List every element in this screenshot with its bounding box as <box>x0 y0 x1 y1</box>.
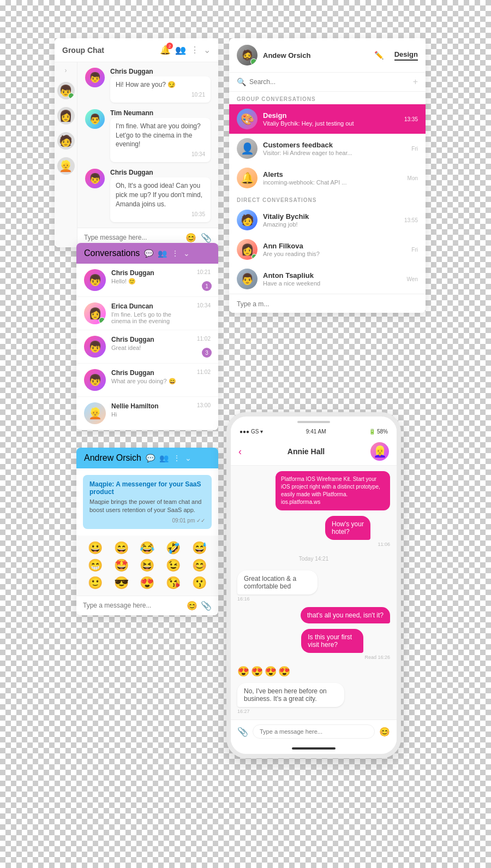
conv-name-4: Chris Duggan <box>111 369 191 377</box>
conv-info-5: Nellie Hamilton Hi <box>111 402 191 418</box>
mobile-input-area: 📎 😊 <box>231 720 397 743</box>
conv-menu-icon[interactable]: ⋮ <box>171 249 179 258</box>
direct-conversations-label: DIRECT CONVERSATIONS <box>229 193 426 205</box>
menu-icon[interactable]: ⋮ <box>190 45 199 55</box>
add-icon[interactable]: + <box>413 77 418 87</box>
conv-info-4: Chris Duggan What are you doing? 😄 <box>111 369 191 385</box>
msg-bubble-1: Hi! How are you? 😏 10:21 <box>110 76 211 103</box>
edit-icon[interactable]: ✏️ <box>374 51 384 60</box>
conv-chevron-icon[interactable]: ⌄ <box>183 249 190 258</box>
msg-avatar-chris-2: 👦 <box>85 169 105 188</box>
alerts-name: Alerts <box>263 170 402 179</box>
main-chat-input[interactable] <box>237 300 418 308</box>
design-item[interactable]: 🎨 Design Vitaliy Bychik: Hey, just testi… <box>229 104 426 134</box>
alerts-info: Alerts incoming-webhook: Chat API ... <box>263 170 402 186</box>
sidebar-avatar-2[interactable]: 👩 <box>57 107 75 124</box>
conv-item-2[interactable]: 👩 Erica Duncan I'm fine. Let's go to the… <box>76 297 218 330</box>
conversations-title: Conversations <box>84 248 140 258</box>
mobile-header-avatar[interactable]: 👱‍♀️ <box>370 442 389 461</box>
sidebar-avatar-4[interactable]: 👱 <box>57 157 75 175</box>
emoji-14[interactable]: 😘 <box>162 576 185 590</box>
conv-people-icon[interactable]: 👥 <box>158 249 167 258</box>
attach-icon[interactable]: 📎 <box>201 233 212 243</box>
vitaliy-info: Vitaliy Bychik Amazing job! <box>263 212 399 228</box>
conv-preview-3: Great idea! <box>111 344 191 351</box>
mobile-back-icon[interactable]: ‹ <box>238 446 242 457</box>
mobile-business-msg: No, I've been here before on business. I… <box>237 683 390 714</box>
sidebar-avatar-1[interactable]: 👦 <box>57 82 75 99</box>
mobile-signal: ●●● GS ▾ <box>239 429 263 435</box>
emoji-8[interactable]: 😆 <box>136 558 159 573</box>
emoji-10[interactable]: 😊 <box>188 558 211 573</box>
people-icon[interactable]: 👥 <box>175 45 186 55</box>
chat2-input-area: 😊 📎 <box>76 596 218 615</box>
chat2-widget: Andrew Orsich 💬 👥 ⋮ ⌄ Maqpie: A messenge… <box>76 448 218 615</box>
mobile-time: 9:41 AM <box>306 429 326 435</box>
emoji-7[interactable]: 🤩 <box>110 558 133 573</box>
ann-preview: Are you reading this? <box>263 251 406 257</box>
mobile-emoji-icon[interactable]: 😊 <box>379 727 390 737</box>
mobile-attach-icon[interactable]: 📎 <box>237 727 248 737</box>
chat2-input[interactable] <box>83 602 187 609</box>
msg-avatar-tim: 👨 <box>85 109 105 129</box>
design-info: Design Vitaliy Bychik: Hey, just testing… <box>263 111 399 127</box>
chat2-bubble-text: Maqpie brings the power of team chat and… <box>89 498 205 515</box>
conv-chat-icon[interactable]: 💬 <box>144 249 153 258</box>
mobile-first-wrapper: Is this your first visit here? Read 16:2… <box>237 629 390 660</box>
chat-layout: › 👦 👩 🧑 👱 👦 Chris Duggan <box>55 62 218 247</box>
vitaliy-time: 13:55 <box>404 217 418 223</box>
conv-item-1[interactable]: 👦 Chris Duggan Hello! 🙂 10:21 1 <box>76 264 218 297</box>
ann-avatar: 👩 <box>237 239 258 260</box>
chat2-bubble: Maqpie: A messenger for your SaaS produc… <box>83 475 212 529</box>
conv-item-3[interactable]: 👦 Chris Duggan Great idea! 11:02 3 <box>76 330 218 364</box>
conversations-list: 👦 Chris Duggan Hello! 🙂 10:21 1 👩 Erica … <box>76 264 218 430</box>
sidebar-avatar-3[interactable]: 🧑 <box>57 132 75 150</box>
mobile-link-bubble: Platforma IOS Wireframe Kit. Start your … <box>276 471 390 510</box>
emoji-12[interactable]: 😎 <box>110 576 133 590</box>
conv-time-5: 13:00 <box>197 402 211 408</box>
emoji-11[interactable]: 🙂 <box>84 576 107 590</box>
msg-content-1: Chris Duggan Hi! How are you? 😏 10:21 <box>110 68 211 103</box>
mobile-hotel-question-wrapper: How's your hotel? 11:06 <box>237 516 390 547</box>
notification-icon[interactable]: 🔔2 <box>160 45 171 55</box>
group-chat-input[interactable] <box>84 234 185 241</box>
emoji-3[interactable]: 😂 <box>136 541 159 555</box>
conv-item-4[interactable]: 👦 Chris Duggan What are you doing? 😄 11:… <box>76 364 218 397</box>
emoji-4[interactable]: 🤣 <box>162 541 185 555</box>
group-chat-title: Group Chat <box>62 46 155 55</box>
chat2-attach-icon[interactable]: 📎 <box>201 601 212 611</box>
vitaliy-item[interactable]: 🧑 Vitaliy Bychik Amazing job! 13:55 <box>229 205 426 235</box>
mobile-need-msg: that's all you need, isn't it? <box>301 607 390 623</box>
emoji-1[interactable]: 😀 <box>84 541 107 555</box>
emoji-2[interactable]: 😄 <box>110 541 133 555</box>
group-chat-header-icons: 🔔2 👥 ⋮ ⌄ <box>160 45 211 55</box>
alerts-item[interactable]: 🔔 Alerts incoming-webhook: Chat API ... … <box>229 163 426 193</box>
conv-preview-5: Hi <box>111 411 191 418</box>
emoji-icon[interactable]: 😊 <box>185 233 196 243</box>
mobile-input[interactable] <box>253 724 375 739</box>
chat2-menu-icon[interactable]: ⋮ <box>173 454 181 462</box>
chevron-down-icon[interactable]: ⌄ <box>203 45 211 55</box>
chat2-chat-icon[interactable]: 💬 <box>146 454 155 462</box>
chat2-chevron-icon[interactable]: ⌄ <box>185 454 191 462</box>
anton-item[interactable]: 👨 Anton Tsapliuk Have a nice weekend Wen <box>229 264 426 294</box>
emoji-5[interactable]: 😅 <box>188 541 211 555</box>
ann-time: Fri <box>411 247 418 253</box>
vitaliy-name: Vitaliy Bychik <box>263 212 399 221</box>
emoji-9[interactable]: 😉 <box>162 558 185 573</box>
chat2-emoji-icon[interactable]: 😊 <box>187 601 197 611</box>
conv-item-5[interactable]: 👱 Nellie Hamilton Hi 13:00 <box>76 397 218 430</box>
ann-item[interactable]: 👩 Ann Filkova Are you reading this? Fri <box>229 235 426 264</box>
customers-item[interactable]: 👤 Customers feedback Visitor: Hi Andrew … <box>229 134 426 163</box>
emoji-6[interactable]: 😁 <box>84 558 107 573</box>
direct-conversations-section: DIRECT CONVERSATIONS 🧑 Vitaliy Bychik Am… <box>229 193 426 294</box>
main-search-input[interactable] <box>249 78 410 86</box>
customers-info: Customers feedback Visitor: Hi Andrew ea… <box>263 141 406 156</box>
chat2-people-icon[interactable]: 👥 <box>159 454 169 462</box>
conv-preview-2: I'm fine. Let's go to the cinema in the … <box>111 311 191 324</box>
emoji-15[interactable]: 😗 <box>188 576 211 590</box>
emoji-13[interactable]: 😍 <box>136 576 159 590</box>
conversations-header: Conversations 💬 👥 ⋮ ⌄ <box>76 243 218 264</box>
conv-time-2: 10:34 <box>197 302 211 308</box>
design-tab[interactable]: Design <box>394 50 418 61</box>
